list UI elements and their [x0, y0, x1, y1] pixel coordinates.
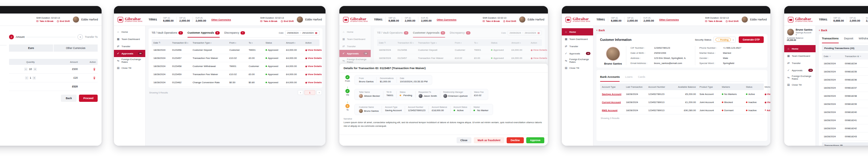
- tab-euro[interactable]: Euro: [9, 44, 54, 52]
- shift-duration: Shift Duration: 02:02:13: [705, 16, 729, 19]
- sidebar-item[interactable]: ▤ Close Till: [562, 64, 593, 72]
- col-to[interactable]: To: [249, 41, 266, 44]
- memo-action[interactable]: View: [765, 101, 770, 104]
- plus-stepper-button[interactable]: [33, 68, 37, 71]
- sidebar-item[interactable]: ✓ Approvals 18: [562, 50, 593, 57]
- take-a-break-button[interactable]: Take A Break: [260, 20, 277, 23]
- sidebar-item[interactable]: ⇋ Foreign Exchange Rates: [784, 74, 815, 81]
- other-currencies-link[interactable]: Other Currencies: [211, 18, 231, 21]
- col-date[interactable]: Date: [153, 41, 172, 44]
- sidebar-item[interactable]: ⌂ Home: [784, 45, 815, 52]
- sidebar-item[interactable]: ⇄ Transfer: [114, 43, 145, 50]
- date-range-picker[interactable]: 29/09/202429/10/2024▦: [285, 30, 319, 35]
- tab-discrepancy[interactable]: Discrepancy4: [224, 28, 245, 37]
- minus-stepper-button[interactable]: [25, 76, 28, 80]
- col-amount[interactable]: Amount: [286, 41, 305, 44]
- sidebar-item[interactable]: ⇄ Transfer: [784, 60, 815, 67]
- view-details-link[interactable]: View Details: [305, 73, 326, 76]
- sidebar-item[interactable]: ⇋ Foreign Exchange Rates: [114, 57, 145, 64]
- end-shift-button[interactable]: End Shift: [281, 20, 294, 23]
- break-icon: [260, 20, 262, 23]
- view-details-link[interactable]: View Details: [305, 57, 326, 60]
- accounts-card: Bank Accounts Loans Cards Account Type L…: [596, 70, 767, 141]
- view-details-link[interactable]: View Details: [305, 81, 326, 84]
- tab-bank-accounts[interactable]: Bank Accounts: [600, 72, 620, 81]
- col-transaction-type[interactable]: Transaction Type: [193, 41, 229, 44]
- status-value: Pending: [400, 94, 412, 97]
- sidebar-item[interactable]: ⇄ Transfer: [562, 43, 593, 50]
- sidebar-item[interactable]: ▦ Team Dashboard: [114, 35, 145, 43]
- memo-action[interactable]: Add New: [765, 109, 770, 112]
- take-a-break-button[interactable]: Take A Break: [36, 20, 53, 23]
- take-a-break-button[interactable]: Take A Break: [483, 20, 500, 23]
- security-status-select[interactable]: Pending ▾: [713, 37, 736, 43]
- user-avatar[interactable]: [519, 16, 526, 23]
- sidebar-item[interactable]: ✓ Approvals 18: [784, 67, 815, 74]
- pending-transactions-section[interactable]: Pending Transactions (10): [822, 45, 868, 51]
- col-from[interactable]: From: [229, 41, 249, 44]
- tab-loans[interactable]: Loans: [625, 72, 632, 81]
- tab-customer-approvals[interactable]: Customer Approvals5: [187, 28, 220, 37]
- end-shift-button[interactable]: End Shift: [503, 20, 516, 23]
- transactions-section[interactable]: Transactions (8): [822, 143, 868, 146]
- user-avatar[interactable]: [73, 16, 79, 23]
- prev-page-button[interactable]: ‹: [298, 90, 303, 95]
- proceed-button[interactable]: Proceed: [79, 94, 98, 102]
- close-button[interactable]: Close: [457, 137, 471, 143]
- tab-deposit[interactable]: Deposit: [844, 34, 854, 43]
- sidebar-item[interactable]: ✓ Approvals 18: [114, 50, 145, 57]
- end-shift-button[interactable]: End Shift: [57, 20, 70, 23]
- minus-stepper-button[interactable]: [24, 68, 27, 71]
- tab-other-currencies[interactable]: Other Currencies: [54, 44, 98, 52]
- account-type-link[interactable]: RMS Account: [602, 109, 618, 112]
- col-transaction-id[interactable]: Transaction Id: [845, 55, 868, 58]
- sidebar-item[interactable]: ▤ Close Till: [114, 64, 145, 72]
- back-link[interactable]: Back: [819, 29, 868, 32]
- sidebar-item[interactable]: ▤ Close Till: [784, 81, 815, 88]
- gibraltar-crest-icon: [118, 17, 123, 23]
- delete-row-button[interactable]: [93, 76, 96, 80]
- mark-as-fraudulent-button[interactable]: Mark as fraudulent: [474, 137, 504, 143]
- other-currencies-link[interactable]: Other Currencies: [437, 18, 456, 21]
- approve-button[interactable]: Approve: [526, 137, 544, 143]
- other-currencies-link[interactable]: Other Currencies: [659, 18, 679, 21]
- account-type-link[interactable]: Savings Account: [602, 93, 621, 95]
- nav-icon: ⇄: [787, 62, 790, 65]
- delete-row-button[interactable]: [93, 68, 96, 71]
- customer-name: Bruno Santos: [796, 28, 813, 31]
- plus-stepper-button[interactable]: [33, 76, 36, 80]
- tab-transactions[interactable]: Transactions: [822, 34, 839, 43]
- page-number[interactable]: 1: [304, 90, 315, 95]
- account-selector[interactable]: Savings Account ▾: [796, 32, 813, 36]
- sidebar-item[interactable]: ▦ Team Dashboard: [784, 52, 815, 60]
- take-a-break-button[interactable]: Take A Break: [705, 20, 722, 23]
- end-shift-button[interactable]: End Shift: [725, 20, 739, 23]
- field-value: bruno_santos@email.com: [654, 62, 682, 65]
- tab-till-vault-operations[interactable]: Till / Vault Operations9: [152, 28, 183, 37]
- brand-logo: Gibraltar INTERNATIONAL BANK: [343, 17, 368, 23]
- user-avatar[interactable]: [297, 16, 303, 23]
- account-type-link[interactable]: Current Account: [602, 101, 621, 104]
- next-page-button[interactable]: ›: [316, 90, 322, 95]
- user-avatar[interactable]: [741, 16, 748, 23]
- sidebar-item[interactable]: ⌂ Home: [562, 28, 593, 35]
- marker-badge: Dormant: [722, 109, 746, 112]
- tab-cards[interactable]: Cards: [638, 72, 645, 81]
- sidebar-item[interactable]: ⌂ Home: [114, 28, 145, 35]
- decline-button[interactable]: Decline: [507, 137, 524, 143]
- back-link[interactable]: Back: [596, 29, 767, 32]
- view-details-link[interactable]: View Details: [305, 49, 326, 51]
- col-transaction-id[interactable]: Transaction ID: [172, 41, 193, 44]
- sidebar-item[interactable]: ▦ Team Dashboard: [562, 35, 593, 43]
- view-details-link[interactable]: View Details: [305, 65, 326, 68]
- nav-icon: ▤: [564, 66, 567, 69]
- generate-otp-button[interactable]: Generate OTP: [739, 36, 764, 43]
- tab-withdrawal[interactable]: Withdrawal: [859, 34, 868, 43]
- col-date[interactable]: Date: [824, 55, 845, 58]
- sidebar-item[interactable]: ⇋ Foreign Exchange Rates: [562, 57, 593, 64]
- row-amount: £20: [50, 76, 78, 79]
- memo-action[interactable]: View: [765, 93, 770, 95]
- sidebar-item-label: Transfer: [792, 62, 801, 65]
- till-id: Till001: [374, 18, 385, 21]
- back-button[interactable]: Back: [61, 94, 76, 102]
